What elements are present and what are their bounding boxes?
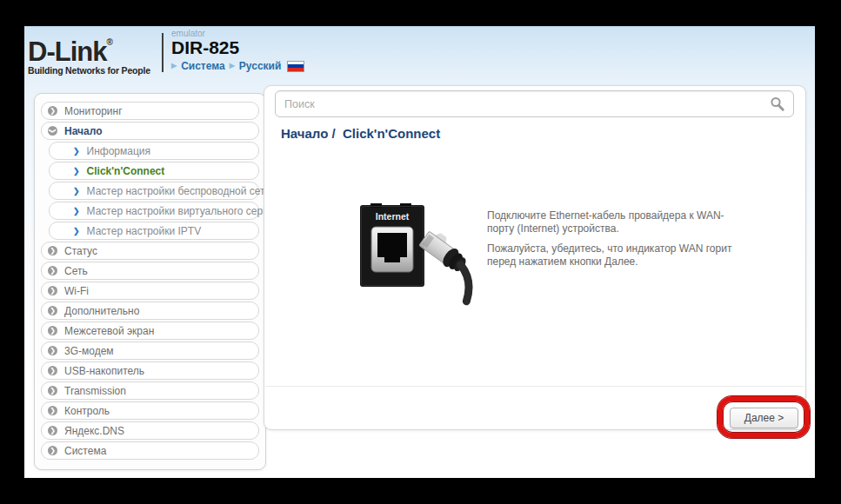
port-label: Internet	[376, 211, 410, 222]
sidebar-item-label: Контроль	[64, 405, 110, 417]
sidebar-item-label: Статус	[64, 245, 97, 257]
chevron-right-icon: ❯	[48, 446, 57, 455]
chevron-right-icon: ❯	[48, 106, 57, 116]
screen: D-Link® Building Networks for People emu…	[0, 0, 841, 504]
device-model: DIR-825	[171, 38, 304, 57]
page-title: Начало / Click'n'Connect	[281, 126, 440, 141]
dlink-logo[interactable]: D-Link® Building Networks for People	[28, 30, 158, 76]
sidebar-item-label: 3G-модем	[64, 345, 114, 357]
sidebar-item-7[interactable]: ❯Статус	[41, 242, 259, 260]
dlink-logo-text: D-Link®	[28, 30, 158, 65]
dlink-logo-tagline: Building Networks for People	[28, 65, 158, 76]
chevron-right-icon: ❯	[48, 386, 57, 395]
breadcrumb-arrow-icon: ▶	[171, 62, 177, 70]
sidebar-item-label: Wi-Fi	[64, 285, 89, 297]
sidebar-item-5[interactable]: ❯Мастер настройки виртуального сервера	[49, 202, 259, 220]
chevron-right-icon: ❯	[48, 246, 57, 255]
breadcrumb-arrow-icon: ▶	[230, 62, 235, 70]
chevron-right-icon: ❯	[73, 227, 80, 235]
sidebar-item-label: Начало	[64, 125, 102, 137]
sidebar-item-label: Transmission	[64, 385, 126, 397]
sidebar-item-10[interactable]: ❯Дополнительно	[41, 302, 259, 320]
chevron-right-icon: ❯	[73, 147, 80, 156]
sidebar-item-label: USB-накопитель	[64, 365, 144, 377]
sidebar-item-9[interactable]: ❯Wi-Fi	[41, 282, 259, 300]
sidebar-item-17[interactable]: ❯Система	[41, 441, 259, 460]
sidebar-item-15[interactable]: ❯Контроль	[41, 401, 259, 420]
sidebar-item-16[interactable]: ❯Яндекс.DNS	[41, 421, 259, 440]
header: D-Link® Building Networks for People emu…	[24, 27, 815, 77]
sidebar-item-label: Мониторинг	[64, 105, 123, 117]
sidebar-item-label: Дополнительно	[64, 305, 139, 317]
search-icon[interactable]	[770, 96, 785, 112]
chevron-right-icon: ❯	[48, 306, 57, 315]
ethernet-wan-port-image: Internet	[351, 203, 486, 306]
chevron-right-icon: ❯	[48, 286, 57, 295]
chevron-right-icon: ❯	[48, 426, 57, 435]
sidebar-item-label: Межсетевой экран	[64, 325, 154, 337]
sidebar-item-label: Мастер настройки беспроводной сети	[87, 185, 271, 197]
sidebar-item-4[interactable]: ❯Мастер настройки беспроводной сети	[49, 182, 259, 200]
sidebar-item-1[interactable]: ❯Начало	[41, 122, 259, 140]
footer-divider	[265, 386, 804, 387]
breadcrumb-system-link[interactable]: Система	[181, 60, 225, 72]
device-title-block: emulator DIR-825 ▶ Система ▶ Русский	[171, 29, 304, 72]
sidebar-item-6[interactable]: ❯Мастер настройки IPTV	[49, 222, 259, 240]
chevron-right-icon: ❯	[73, 167, 80, 176]
router-admin-page: D-Link® Building Networks for People emu…	[24, 26, 815, 478]
sidebar-item-label: Яндекс.DNS	[64, 425, 124, 437]
sidebar-item-13[interactable]: ❯USB-накопитель	[41, 361, 259, 380]
sidebar-item-label: Информация	[87, 145, 150, 157]
sidebar-menu: ❯Мониторинг❯Начало❯Информация❯Click'n'Co…	[34, 93, 266, 470]
chevron-right-icon: ❯	[48, 266, 57, 275]
instruction-paragraph: Подключите Ethernet-кабель провайдера к …	[487, 209, 739, 235]
chevron-right-icon: ❯	[48, 346, 57, 355]
chevron-right-icon: ❯	[48, 326, 57, 335]
sidebar-item-3[interactable]: ❯Click'n'Connect	[49, 162, 259, 180]
sidebar-item-label: Мастер настройки виртуального сервера	[87, 205, 286, 217]
chevron-right-icon: ❯	[73, 207, 80, 216]
main-panel: Начало / Click'n'Connect Internet	[264, 85, 806, 430]
registered-mark: ®	[106, 37, 112, 47]
sidebar-item-label: Click'n'Connect	[87, 165, 165, 177]
next-button[interactable]: Далее >	[730, 408, 798, 428]
sidebar-item-0[interactable]: ❯Мониторинг	[41, 102, 259, 120]
chevron-down-icon: ❯	[48, 126, 57, 136]
sidebar-item-2[interactable]: ❯Информация	[49, 142, 259, 160]
instruction-paragraph: Пожалуйста, убедитесь, что индикатор WAN…	[487, 242, 739, 269]
chevron-right-icon: ❯	[48, 366, 57, 375]
sidebar-item-14[interactable]: ❯Transmission	[41, 381, 259, 400]
search-box	[275, 90, 794, 117]
sidebar-item-label: Система	[64, 445, 106, 457]
search-input[interactable]	[275, 90, 794, 117]
sidebar-item-11[interactable]: ❯Межсетевой экран	[41, 322, 259, 340]
breadcrumb-language-link[interactable]: Русский	[239, 60, 282, 72]
breadcrumb: ▶ Система ▶ Русский	[171, 60, 304, 72]
sidebar-item-12[interactable]: ❯3G-модем	[41, 342, 259, 360]
russian-flag-icon[interactable]	[287, 61, 304, 72]
chevron-right-icon: ❯	[48, 406, 57, 415]
sidebar-item-label: Сеть	[64, 265, 88, 277]
sidebar-item-label: Мастер настройки IPTV	[87, 225, 202, 237]
sidebar-item-8[interactable]: ❯Сеть	[41, 262, 259, 280]
chevron-right-icon: ❯	[73, 187, 80, 196]
header-divider	[162, 33, 164, 72]
instruction-text: Подключите Ethernet-кабель провайдера к …	[487, 209, 739, 275]
